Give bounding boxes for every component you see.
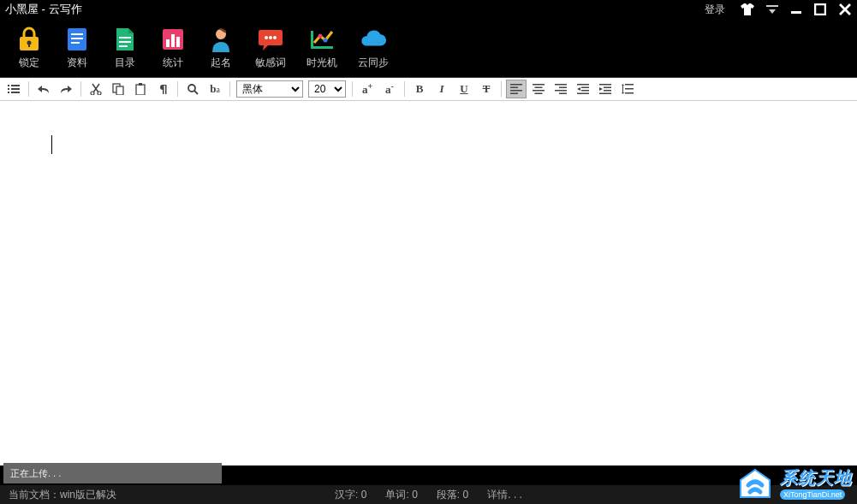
replace-button[interactable]: ba: [205, 80, 225, 98]
toolbar-lock[interactable]: 锁定: [15, 27, 43, 70]
status-detail[interactable]: 详情. . .: [487, 488, 522, 502]
font-decrease-button[interactable]: a-: [379, 80, 400, 98]
svg-rect-47: [559, 87, 567, 89]
toolbar-cloud-sync[interactable]: 云同步: [358, 27, 389, 70]
status-counts: 汉字: 0 单词: 0 段落: 0 详情. . .: [335, 488, 522, 502]
upload-notice: 正在上传. . .: [3, 463, 222, 483]
bold-button[interactable]: B: [409, 80, 430, 98]
minimize-button[interactable]: [790, 3, 802, 15]
toolbar-naming[interactable]: 起名: [207, 27, 235, 70]
status-chars: 汉字: 0: [335, 488, 366, 502]
indent-decrease-button[interactable]: [573, 80, 593, 98]
font-increase-button[interactable]: a+: [357, 80, 378, 98]
svg-rect-38: [510, 84, 522, 86]
svg-rect-9: [71, 42, 80, 44]
upload-text: 正在上传. . .: [10, 467, 61, 480]
svg-rect-25: [8, 85, 9, 86]
doc-label: 当前文档：: [9, 489, 60, 501]
svg-rect-14: [166, 39, 170, 47]
svg-rect-43: [535, 87, 543, 89]
svg-rect-46: [555, 84, 567, 86]
lock-icon: [15, 27, 43, 52]
svg-rect-60: [625, 92, 634, 94]
login-link[interactable]: 登录: [705, 3, 725, 17]
undo-button[interactable]: [33, 80, 54, 98]
toolbar-label: 锁定: [19, 56, 39, 70]
maximize-button[interactable]: [814, 3, 826, 15]
toolbar-label: 起名: [211, 56, 231, 70]
svg-rect-40: [510, 90, 522, 92]
svg-rect-22: [311, 31, 313, 49]
list-button[interactable]: [3, 80, 24, 98]
indent-increase-button[interactable]: [595, 80, 616, 98]
svg-rect-2: [815, 4, 825, 15]
editor-area[interactable]: [0, 101, 857, 465]
svg-rect-15: [171, 34, 175, 47]
close-button[interactable]: [838, 3, 852, 16]
svg-rect-42: [533, 84, 545, 86]
toolbar-label: 资料: [67, 56, 87, 70]
svg-point-23: [318, 33, 323, 38]
align-left-button[interactable]: [506, 80, 527, 98]
toolbar-data[interactable]: 资料: [63, 27, 91, 70]
svg-rect-50: [577, 84, 589, 86]
svg-rect-7: [71, 33, 83, 35]
separator: [28, 81, 29, 97]
svg-rect-28: [11, 88, 20, 90]
cut-button[interactable]: [86, 80, 106, 98]
separator: [404, 81, 405, 97]
toolbar-sensitive[interactable]: 敏感词: [255, 27, 286, 70]
chart-icon: [159, 27, 187, 52]
title-controls: 登录: [705, 3, 852, 17]
text-cursor: [51, 135, 52, 154]
svg-rect-27: [8, 88, 9, 90]
chat-icon: [257, 27, 284, 52]
copy-button[interactable]: [108, 80, 128, 98]
format-toolbar: ba 黑体 20 a+ a- B I U T: [0, 77, 857, 101]
separator: [501, 81, 502, 97]
separator: [229, 81, 230, 97]
svg-rect-34: [116, 86, 123, 95]
paste-button[interactable]: [130, 80, 151, 98]
font-size-select[interactable]: 20: [308, 80, 346, 98]
svg-rect-21: [311, 46, 333, 49]
status-doc: 当前文档：win版已解决: [9, 488, 116, 502]
svg-rect-55: [604, 87, 611, 89]
svg-rect-11: [119, 41, 131, 43]
svg-point-20: [273, 36, 277, 39]
separator: [177, 81, 178, 97]
underline-button[interactable]: U: [454, 80, 474, 98]
strike-button[interactable]: T: [476, 80, 497, 98]
paragraph-button[interactable]: [152, 80, 173, 98]
italic-button[interactable]: I: [431, 80, 452, 98]
toolbar-stats[interactable]: 统计: [159, 27, 187, 70]
svg-rect-52: [581, 90, 589, 92]
svg-rect-53: [577, 93, 589, 95]
toolbar-catalog[interactable]: 目录: [111, 27, 139, 70]
search-button[interactable]: [182, 80, 203, 98]
svg-point-19: [269, 36, 272, 39]
svg-rect-5: [28, 43, 30, 47]
svg-rect-10: [119, 37, 131, 39]
svg-point-37: [188, 85, 195, 92]
font-family-select[interactable]: 黑体: [236, 80, 303, 98]
toolbar-time-machine[interactable]: 时光机: [306, 27, 337, 70]
align-right-button[interactable]: [551, 80, 571, 98]
doc-icon: [111, 27, 139, 52]
separator: [352, 81, 353, 97]
shirt-icon[interactable]: [741, 3, 754, 15]
redo-button[interactable]: [56, 80, 76, 98]
status-paras: 段落: 0: [437, 488, 468, 502]
line-spacing-button[interactable]: [617, 80, 638, 98]
dropdown-icon[interactable]: [766, 5, 778, 14]
main-toolbar: 锁定 资料 目录 统计 起名 敏感词 时光机: [0, 19, 857, 77]
svg-point-31: [91, 92, 94, 95]
svg-rect-56: [604, 90, 611, 92]
svg-rect-30: [11, 92, 20, 93]
align-center-button[interactable]: [528, 80, 549, 98]
graph-icon: [308, 27, 336, 52]
title-bar: 小黑屋 - 云写作 登录: [0, 0, 857, 19]
svg-rect-36: [139, 83, 142, 86]
toolbar-label: 统计: [163, 56, 183, 70]
window-title: 小黑屋 - 云写作: [5, 2, 705, 17]
